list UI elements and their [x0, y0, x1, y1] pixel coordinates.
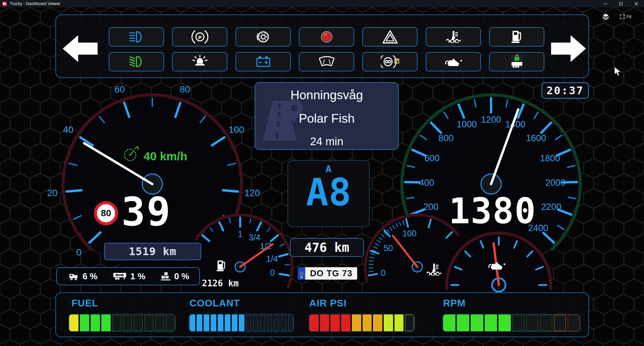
fuel-bar-label: FUEL: [71, 298, 98, 309]
close-icon: [635, 2, 638, 5]
rpm-bar: [443, 314, 580, 331]
brake-disc-icon: [256, 30, 271, 44]
svg-text:1400: 1400: [505, 119, 526, 129]
engine-oil-button[interactable]: [426, 52, 481, 71]
high-beam-button[interactable]: [109, 27, 164, 47]
rpm-readout: 1380: [449, 194, 536, 229]
nav-eta: 24 min: [255, 135, 398, 148]
window-maximize-button[interactable]: [613, 0, 629, 7]
high-beam-icon: [127, 30, 146, 44]
svg-text:P: P: [198, 35, 201, 40]
previous-page-arrow[interactable]: [63, 35, 98, 62]
nav-cargo-company: Polar Fish: [255, 112, 398, 126]
svg-text:1200: 1200: [481, 115, 501, 125]
window-close-button[interactable]: [629, 0, 644, 7]
bar-segment: [330, 314, 340, 331]
svg-text:1600: 1600: [526, 133, 546, 143]
bar-segment: [288, 314, 293, 331]
fuel-gauge-icon: [216, 260, 226, 272]
bar-segment: [320, 314, 329, 331]
low-beam-button[interactable]: [109, 52, 164, 71]
bar-segment: [69, 314, 78, 331]
bar-segment: [218, 314, 223, 331]
wiper-icon: [318, 55, 336, 68]
coolant-temperature-button[interactable]: [426, 27, 481, 47]
hazard-lights-button[interactable]: [362, 27, 418, 47]
bar-segment: [197, 314, 202, 331]
trailer-lock-button[interactable]: [489, 52, 544, 71]
svg-text:2200: 2200: [541, 202, 561, 212]
current-gear: A8: [288, 173, 369, 212]
window-minimize-button[interactable]: [598, 0, 613, 7]
svg-text:40: 40: [63, 124, 73, 135]
bar-segment: [246, 314, 252, 331]
bar-segment: [225, 314, 230, 331]
bar-segment: [554, 314, 566, 331]
fit-button[interactable]: Fit: [620, 14, 631, 19]
fuel-range-label: 2126 km: [202, 278, 239, 288]
bar-segment: [405, 314, 414, 331]
engine-brake-button[interactable]: [299, 27, 354, 47]
bar-segment: [309, 314, 319, 331]
bar-segment: [274, 314, 279, 331]
plate-country: D: [301, 276, 303, 279]
truck-damage-icon: [67, 272, 80, 280]
svg-text:100: 100: [228, 124, 244, 135]
svg-text:1/4: 1/4: [266, 254, 278, 264]
layers-button[interactable]: [602, 13, 609, 21]
brake-disc-button[interactable]: [235, 27, 291, 47]
truck-icon: [3, 2, 7, 6]
truck-damage-value: 6 %: [83, 271, 98, 282]
maximize-icon: [619, 2, 623, 5]
navigation-box: Honningsvåg Polar Fish 24 min: [255, 82, 399, 150]
bar-segment: [267, 314, 272, 331]
status-bars-panel: FUEL COOLANT AIR PSI RPM: [55, 292, 589, 337]
bar-segment: [443, 314, 455, 331]
next-page-arrow[interactable]: [551, 35, 586, 62]
coolant-bar: [190, 314, 293, 331]
bar-segment: [260, 314, 265, 331]
low-beam-icon: [127, 55, 146, 68]
warning-lights-toolbar: P: [55, 14, 589, 78]
bar-segment: [155, 314, 164, 331]
bar-segment: [123, 314, 132, 331]
speed-readout: 39: [121, 192, 172, 231]
license-plate: D DO TG 73: [298, 267, 357, 280]
svg-text:1: 1: [238, 229, 243, 239]
oil-gauge-icon: [488, 260, 505, 270]
wipers-button[interactable]: [299, 52, 354, 71]
retarder-button[interactable]: [362, 52, 418, 71]
beacon-button[interactable]: [172, 52, 227, 71]
svg-text:20: 20: [47, 188, 58, 198]
bar-segment: [568, 314, 580, 331]
battery-button[interactable]: [235, 52, 291, 71]
red-button-icon: [319, 30, 334, 44]
bar-segment: [91, 314, 100, 331]
bar-segment: [101, 314, 111, 331]
coolant-temperature-icon: [446, 31, 461, 43]
fit-icon: [620, 14, 625, 19]
hazard-triangle-icon: [382, 30, 398, 44]
bar-segment: [80, 314, 89, 331]
distance-remaining-box: 476 km: [290, 238, 364, 257]
bar-segment: [281, 314, 286, 331]
airpsi-bar: [309, 314, 414, 331]
battery-icon: [255, 55, 272, 68]
trailer-damage-value: 1 %: [130, 271, 146, 282]
airpsi-bar-label: AIR PSI: [309, 298, 347, 309]
cargo-damage-icon: [160, 272, 171, 281]
svg-text:400: 400: [419, 178, 434, 188]
parking-brake-button[interactable]: P: [172, 27, 227, 47]
bar-segment: [204, 314, 209, 331]
fuel-button[interactable]: [489, 27, 544, 47]
layers-icon: [602, 13, 609, 20]
trailer-damage: 1 %: [112, 271, 146, 282]
svg-text:3/4: 3/4: [249, 233, 261, 242]
cargo-damage: 0 %: [160, 271, 189, 282]
truck-damage: 6 %: [67, 271, 98, 282]
svg-text:50: 50: [384, 243, 393, 253]
svg-text:60: 60: [114, 84, 125, 95]
bar-segment: [485, 314, 497, 331]
svg-text:100: 100: [402, 229, 417, 238]
mouse-cursor: [614, 66, 623, 77]
